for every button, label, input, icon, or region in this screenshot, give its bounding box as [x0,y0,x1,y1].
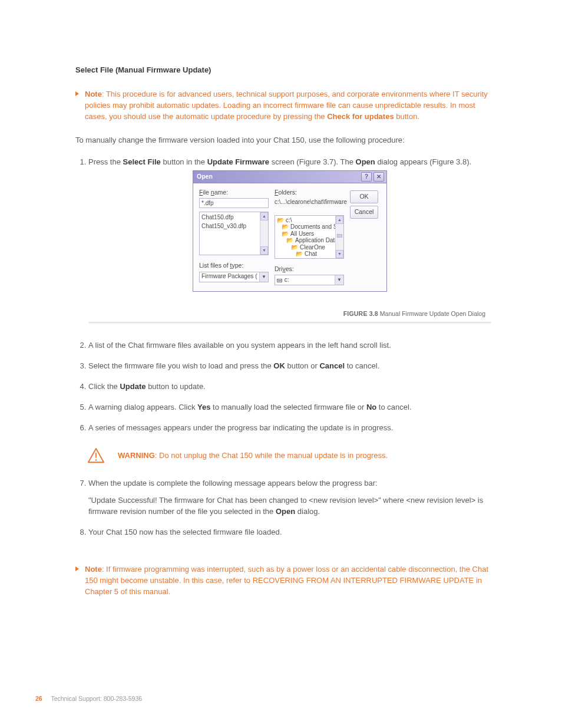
cancel-button[interactable]: Cancel [350,206,378,219]
step-6: A series of messages appears under the p… [88,423,491,434]
scrollbar[interactable]: ▲ ▼ [260,212,268,255]
folder-open-icon: 📂 [296,251,303,258]
folders-label: Folders: [275,188,344,197]
section-title: Select File (Manual Firmware Update) [75,65,491,76]
open-dialog: Open ? ✕ File name: *.dfp Chat150.dfp Ch… [193,170,387,292]
chevron-down-icon: ▼ [335,275,343,285]
file-name-input[interactable]: *.dfp [199,198,269,208]
step-2: A list of the Chat firmware files availa… [88,340,491,351]
folders-path: c:\...\clearone\chat\firmware [275,198,344,207]
folder-open-icon: 📂 [277,217,284,224]
note-text: : This procedure is for advanced users, … [85,90,488,121]
caret-icon [75,566,79,571]
folder-open-icon: 📂 [291,244,298,251]
close-button[interactable]: ✕ [373,172,384,182]
check-updates-ref: Check for updates [327,112,394,121]
list-type-select[interactable]: Firmware Packages (*.dfp) ▼ [199,272,269,282]
warning-triangle-icon [87,447,105,464]
folder-item[interactable]: 📂Chat [277,251,343,258]
scroll-up-icon[interactable]: ▲ [336,216,343,224]
step-7: When the update is complete the followin… [88,478,491,518]
scrollbar[interactable]: ▲ ▼ [335,216,343,258]
page-footer: 26 Technical Support: 800-283-5936 [35,694,142,703]
step-8: Your Chat 150 now has the selected firmw… [88,527,491,538]
file-list[interactable]: Chat150.dfp Chat150_v30.dfp ▲ ▼ [199,212,269,255]
step-5: A warning dialog appears. Click Yes to m… [88,402,491,413]
chevron-down-icon: ▼ [259,272,268,282]
folder-open-icon: 📂 [282,230,289,238]
folder-tree[interactable]: 📂c:\ 📂Documents and Set 📂All Users 📂Appl… [275,215,344,259]
figure-caption: FIGURE 3.8 Manual Firmware Update Open D… [88,309,491,318]
step-3: Select the firmware file you wish to loa… [88,361,491,372]
folder-open-icon: 📂 [282,223,289,230]
divider [88,322,491,324]
drive-icon: 🖴 [277,276,283,283]
folder-item[interactable]: 📂ClearOne [277,244,343,251]
note-text-end: button. [394,112,419,121]
list-item[interactable]: Chat150_v30.dfp [201,222,266,231]
list-type-label: List files of type: [199,261,269,270]
note-label: Note [85,565,102,574]
help-button[interactable]: ? [361,172,372,182]
folder-item[interactable]: 📂Application Data [277,237,343,244]
folder-item[interactable]: 📂All Users [277,230,343,238]
drives-select[interactable]: 🖴 c: ▼ [275,275,344,285]
folder-item[interactable]: 📂c:\ [277,217,343,224]
list-item[interactable]: Chat150.dfp [201,213,266,222]
note-advanced-users: Note: This procedure is for advanced use… [75,89,491,123]
dialog-title: Open [197,172,213,181]
warning-text: : Do not unplug the Chat 150 while the m… [155,451,388,460]
intro-paragraph: To manually change the firmware version … [75,135,491,146]
scroll-down-icon[interactable]: ▼ [260,246,268,255]
page-number: 26 [35,695,42,702]
caret-icon [75,91,79,96]
note-text: : If firmware programming was interrupte… [85,565,488,596]
note-interrupted-firmware: Note: If firmware programming was interr… [75,564,491,598]
ok-button[interactable]: OK [350,190,378,203]
step-4: Click the Update button to update. [88,381,491,393]
folder-item[interactable]: 📂Documents and Set [277,223,343,230]
note-label: Note [85,90,102,98]
svg-point-2 [95,460,97,461]
drives-label: Drives: [275,265,344,274]
file-name-label: File name: [199,188,269,197]
step-1: Press the Select File button in the Upda… [88,157,491,324]
scroll-down-icon[interactable]: ▼ [336,250,343,258]
folder-open-icon: 📂 [286,237,293,244]
footer-text: Technical Support: 800-283-5936 [51,695,142,702]
warning-note: WARNING: Do not unplug the Chat 150 whil… [87,447,491,464]
warning-label: WARNING [118,451,155,460]
scroll-up-icon[interactable]: ▲ [260,212,268,220]
